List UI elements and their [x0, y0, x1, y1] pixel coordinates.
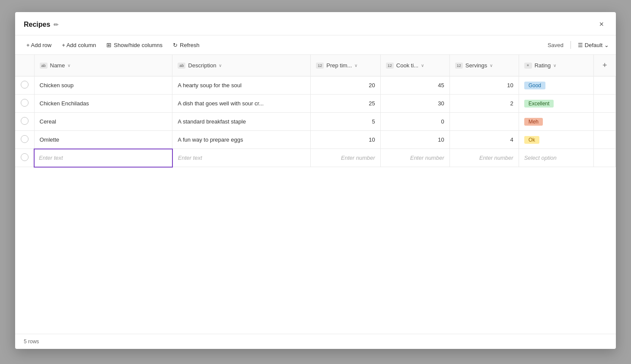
row-description[interactable]: A fun way to prepare eggs: [172, 131, 311, 149]
header-cook-time-col[interactable]: 12 Cook ti... ∨: [380, 55, 449, 76]
row-checkbox[interactable]: [21, 135, 29, 143]
new-row-checkbox[interactable]: [21, 153, 29, 161]
modal-footer: 5 rows: [15, 334, 616, 349]
table-header-row: ab Name ∨ ab Description ∨: [15, 55, 616, 76]
row-checkbox-cell: [15, 113, 34, 131]
prep-sort-icon: ∨: [354, 63, 357, 68]
table-row: Omlette A fun way to prepare eggs 10 10 …: [15, 131, 616, 149]
servings-col-label: Servings: [465, 62, 488, 69]
row-description[interactable]: A hearty soup for the soul: [172, 76, 311, 95]
row-cook-time[interactable]: 10: [380, 131, 449, 149]
row-servings[interactable]: [449, 113, 519, 131]
row-rating[interactable]: Ok: [519, 131, 593, 149]
name-sort-icon: ∨: [67, 63, 70, 68]
row-checkbox[interactable]: [21, 81, 29, 89]
row-prep-time[interactable]: 10: [311, 131, 381, 149]
default-view-button[interactable]: ☰ Default ⌄: [578, 42, 609, 48]
row-prep-time[interactable]: 25: [311, 95, 381, 113]
rating-col-label: Rating: [535, 62, 551, 69]
show-hide-columns-button[interactable]: ⊞ Show/hide columns: [102, 39, 167, 51]
toolbar-right: Saved ☰ Default ⌄: [548, 41, 609, 49]
name-col-icon: ab: [40, 63, 48, 69]
header-rating-col[interactable]: ≡ Rating ∨: [519, 55, 593, 76]
header-description-col[interactable]: ab Description ∨: [172, 55, 311, 76]
row-name[interactable]: Chicken soup: [34, 76, 172, 95]
new-row-desc-cell[interactable]: Enter text: [172, 149, 311, 167]
row-rating[interactable]: Excellent: [519, 95, 593, 113]
row-description[interactable]: A standard breakfast staple: [172, 113, 311, 131]
row-servings[interactable]: 2: [449, 95, 519, 113]
header-servings-col[interactable]: 12 Servings ∨: [449, 55, 519, 76]
row-name[interactable]: Omlette: [34, 131, 172, 149]
saved-status: Saved: [548, 42, 564, 48]
row-count: 5 rows: [24, 339, 39, 345]
row-rating[interactable]: Good: [519, 76, 593, 95]
name-col-label: Name: [50, 62, 65, 69]
servings-col-icon: 12: [455, 63, 463, 69]
new-row-checkbox-cell: [15, 149, 34, 167]
new-row-rating-cell[interactable]: Select option: [519, 149, 593, 167]
add-column-plus-button[interactable]: +: [599, 59, 611, 72]
new-row-cook-cell[interactable]: Enter number: [380, 149, 449, 167]
refresh-label: Refresh: [180, 42, 200, 48]
cook-sort-icon: ∨: [421, 63, 424, 68]
row-checkbox[interactable]: [21, 117, 29, 125]
rating-badge: Meh: [524, 118, 543, 126]
row-extra: [593, 131, 615, 149]
row-checkbox-cell: [15, 95, 34, 113]
row-prep-time[interactable]: 20: [311, 76, 381, 95]
close-button[interactable]: ×: [596, 18, 607, 31]
prep-col-label: Prep tim...: [326, 62, 352, 69]
modal-title: Recipes: [24, 21, 50, 28]
modal-header: Recipes ✏ ×: [15, 12, 616, 35]
toolbar: + Add row + Add column ⊞ Show/hide colum…: [15, 35, 616, 55]
prep-col-icon: 12: [316, 63, 324, 69]
refresh-icon: ↻: [173, 42, 178, 48]
header-add-col[interactable]: +: [593, 55, 615, 76]
row-cook-time[interactable]: 30: [380, 95, 449, 113]
show-hide-label: Show/hide columns: [114, 42, 163, 48]
table-row: Cereal A standard breakfast staple 5 0 M…: [15, 113, 616, 131]
row-servings[interactable]: 10: [449, 76, 519, 95]
cook-col-label: Cook ti...: [396, 62, 418, 69]
header-prep-time-col[interactable]: 12 Prep tim... ∨: [311, 55, 381, 76]
new-row-name-input[interactable]: Enter text: [34, 149, 172, 167]
table-row: Chicken Enchiladas A dish that goes well…: [15, 95, 616, 113]
row-extra: [593, 76, 615, 95]
add-row-button[interactable]: + Add row: [22, 39, 56, 51]
recipes-modal: Recipes ✏ × + Add row + Add column ⊞ Sho…: [15, 12, 616, 349]
add-column-button[interactable]: + Add column: [57, 39, 100, 51]
row-prep-time[interactable]: 5: [311, 113, 381, 131]
desc-col-icon: ab: [178, 63, 185, 69]
row-name[interactable]: Cereal: [34, 113, 172, 131]
show-hide-icon: ⊞: [106, 41, 112, 48]
modal-title-area: Recipes ✏: [24, 21, 59, 28]
toolbar-divider: [570, 41, 571, 49]
rating-badge: Excellent: [524, 100, 554, 108]
rating-badge: Ok: [524, 136, 539, 144]
row-cook-time[interactable]: 45: [380, 76, 449, 95]
desc-sort-icon: ∨: [219, 63, 222, 68]
row-name[interactable]: Chicken Enchiladas: [34, 95, 172, 113]
row-rating[interactable]: Meh: [519, 113, 593, 131]
recipes-table: ab Name ∨ ab Description ∨: [15, 55, 616, 168]
new-row-prep-cell[interactable]: Enter number: [311, 149, 381, 167]
rating-sort-icon: ∨: [553, 63, 556, 68]
cook-col-icon: 12: [386, 63, 394, 69]
new-row-extra: [593, 149, 615, 167]
row-servings[interactable]: 4: [449, 131, 519, 149]
servings-sort-icon: ∨: [490, 63, 493, 68]
header-name-col[interactable]: ab Name ∨: [34, 55, 172, 76]
edit-icon[interactable]: ✏: [54, 21, 59, 28]
row-cook-time[interactable]: 0: [380, 113, 449, 131]
new-row-desc-placeholder: Enter text: [178, 155, 202, 161]
row-description[interactable]: A dish that goes well with sour cr...: [172, 95, 311, 113]
table-body: Chicken soup A hearty soup for the soul …: [15, 76, 616, 167]
refresh-button[interactable]: ↻ Refresh: [169, 39, 204, 51]
row-checkbox-cell: [15, 76, 34, 95]
new-row-name-placeholder: Enter text: [39, 155, 63, 161]
rating-badge: Good: [524, 82, 545, 89]
default-label: Default: [585, 42, 602, 48]
new-row-servings-cell[interactable]: Enter number: [449, 149, 519, 167]
row-checkbox[interactable]: [21, 99, 29, 107]
